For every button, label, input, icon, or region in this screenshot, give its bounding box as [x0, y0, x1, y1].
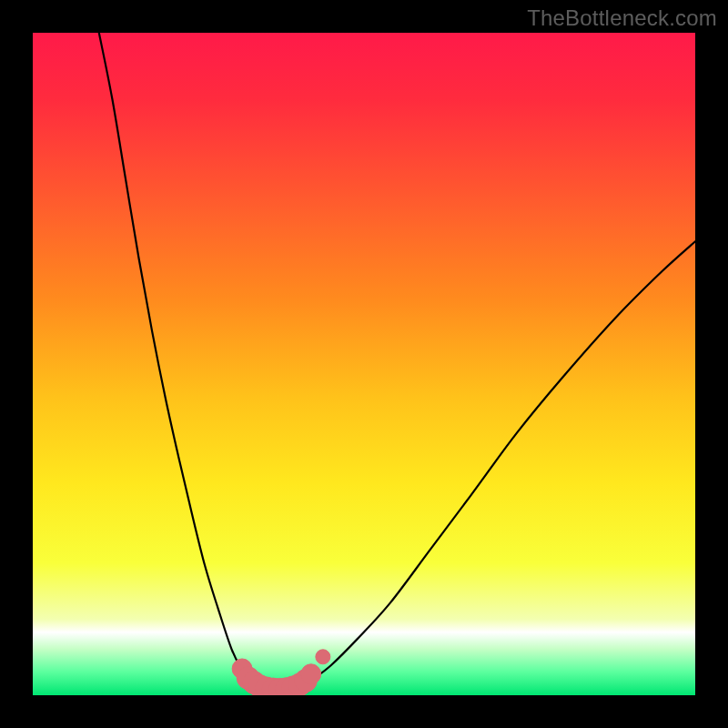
curve-layer: [33, 33, 695, 695]
plot-area: [33, 33, 695, 695]
watermark-text: TheBottleneck.com: [527, 5, 717, 31]
curve-left-branch: [99, 33, 251, 682]
valley-marker: [316, 650, 330, 664]
valley-marker: [301, 664, 321, 684]
curve-right-branch: [311, 241, 695, 681]
valley-markers: [232, 650, 330, 695]
chart-frame: TheBottleneck.com: [0, 0, 728, 728]
